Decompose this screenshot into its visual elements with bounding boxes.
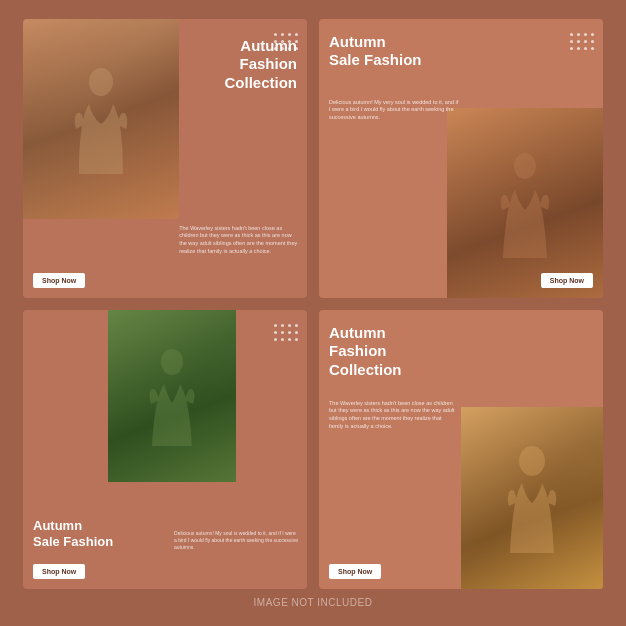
card-bottom-right: Autumn Fashion Collection The Waverley s… xyxy=(319,310,603,589)
svg-point-2 xyxy=(161,349,183,375)
card-4-desc: The Waverley sisters hadn't been close a… xyxy=(329,400,455,431)
svg-point-1 xyxy=(514,153,536,179)
card-3-title-line2: Sale Fashion xyxy=(33,534,113,549)
card-bottom-left: Autumn Sale Fashion Delicious autumn! My… xyxy=(23,310,307,589)
card-3-dots-tr xyxy=(274,324,299,342)
card-grid: Autumn Fashion Collection The Waverley s… xyxy=(23,19,603,589)
person-silhouette-2 xyxy=(447,108,603,298)
person-silhouette-4 xyxy=(461,407,603,588)
card-4-title-line1: Autumn xyxy=(329,324,386,341)
card-3-title-line1: Autumn xyxy=(33,518,82,533)
card-2-title-line2: Sale Fashion xyxy=(329,51,422,68)
card-1-desc: The Waverley sisters hadn't been close a… xyxy=(179,225,299,256)
photo-area-2 xyxy=(447,108,603,298)
svg-point-0 xyxy=(89,68,113,96)
card-1-shop-button[interactable]: Shop Now xyxy=(33,273,85,288)
card-2-dots-tr xyxy=(570,33,595,51)
card-1-title-line2: Fashion xyxy=(239,55,297,72)
card-2-desc: Delicious autumn! My very soul is wedded… xyxy=(329,99,461,122)
person-silhouette-1 xyxy=(23,19,179,220)
card-4-title-line3: Collection xyxy=(329,361,402,378)
card-2-title-line1: Autumn xyxy=(329,33,386,50)
card-top-right: Autumn Sale Fashion Delicious autumn! My… xyxy=(319,19,603,298)
svg-point-3 xyxy=(519,446,545,476)
card-3-desc: Delicious autumn! My soul is wedded to i… xyxy=(174,530,299,551)
card-1-dots-tr xyxy=(274,33,299,51)
card-2-title: Autumn Sale Fashion xyxy=(329,33,422,71)
footer-label: IMAGE NOT INCLUDED xyxy=(254,597,373,608)
photo-area-4 xyxy=(461,407,603,588)
card-3-shop-button[interactable]: Shop Now xyxy=(33,564,85,579)
card-4-title-line2: Fashion xyxy=(329,342,387,359)
card-4-title: Autumn Fashion Collection xyxy=(329,324,402,380)
photo-area-3 xyxy=(108,310,236,483)
person-silhouette-3 xyxy=(108,310,236,483)
card-top-left: Autumn Fashion Collection The Waverley s… xyxy=(23,19,307,298)
card-1-title-line3: Collection xyxy=(224,74,297,91)
photo-area-1 xyxy=(23,19,179,220)
card-4-shop-button[interactable]: Shop Now xyxy=(329,564,381,579)
